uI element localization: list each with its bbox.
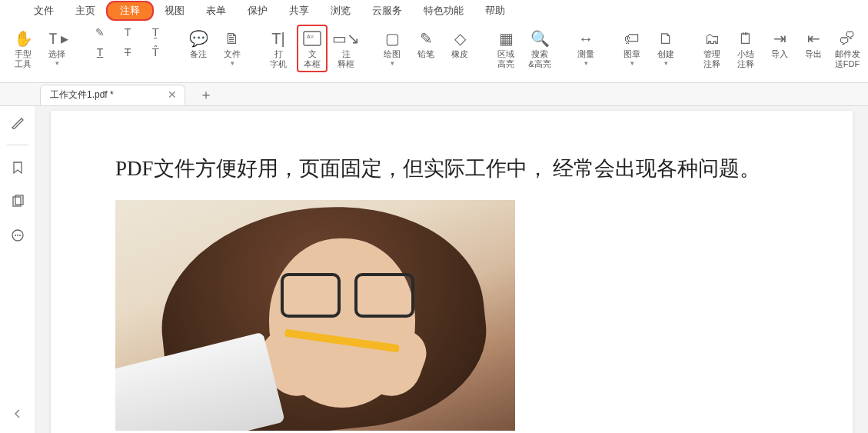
chevron-down-icon: ▾ — [231, 59, 234, 67]
import-tool[interactable]: ⇥ 导入 — [764, 25, 795, 59]
callout-tool[interactable]: ▭↘ 注 释框 — [331, 25, 361, 69]
chevron-down-icon: ▾ — [664, 59, 668, 67]
measure-icon: ↔ — [578, 28, 594, 49]
manage-comments-icon: 🗂 — [704, 28, 720, 49]
main: PDF文件方便好用，页面固定，但实际工作中， 经常会出现各种问题。 — [0, 106, 868, 433]
textbox-tool[interactable]: A≡ 文 本框 — [297, 25, 328, 72]
measure-tool[interactable]: ↔ 测量 ▾ — [570, 25, 601, 67]
menu-browse[interactable]: 浏览 — [320, 1, 361, 21]
textbox-icon: A≡ — [303, 28, 321, 49]
summary-icon: 🗒 — [738, 28, 753, 49]
new-tab-button[interactable]: ＋ — [191, 85, 221, 104]
sidebar-collapse[interactable] — [6, 402, 29, 425]
file-attach-tool[interactable]: 🗎 文件 ▾ — [217, 25, 248, 67]
mail-fdf-label: 邮件发 送FDF — [835, 49, 860, 69]
close-tab-icon[interactable]: ✕ — [168, 88, 177, 101]
menu-share[interactable]: 共享 — [278, 1, 320, 21]
import-icon: ⇥ — [773, 28, 787, 49]
menu-cloud[interactable]: 云服务 — [361, 1, 413, 21]
replace-mini[interactable]: T̂ — [143, 45, 168, 60]
note-tool[interactable]: 💬 备注 — [183, 25, 214, 59]
menu-protect[interactable]: 保护 — [237, 1, 278, 21]
area-highlight-icon: ▦ — [499, 28, 514, 49]
manage-comments-tool[interactable]: 🗂 管理 注释 — [697, 25, 727, 69]
create-icon: 🗋 — [658, 28, 673, 49]
sidebar-pen[interactable] — [6, 111, 29, 134]
stamp-tool[interactable]: 🏷 图章 ▾ — [617, 25, 647, 67]
chevron-down-icon: ▾ — [630, 59, 634, 67]
tabstrip: 工作文件1.pdf * ✕ ＋ — [0, 83, 868, 106]
strikeout-mini[interactable]: T — [115, 45, 140, 60]
menu-form[interactable]: 表单 — [195, 1, 237, 21]
pencil-tool[interactable]: ✎ 铅笔 — [411, 25, 441, 59]
caret-mini[interactable]: Ṯ — [143, 25, 168, 40]
eraser-tool[interactable]: ◇ 橡皮 — [444, 25, 475, 59]
menu-features[interactable]: 特色功能 — [413, 1, 474, 21]
sidebar-pages[interactable] — [6, 190, 29, 213]
sidebar-bookmark[interactable] — [6, 156, 29, 179]
menu-view[interactable]: 视图 — [154, 1, 195, 21]
textbox-label: 文 本框 — [304, 49, 321, 69]
toolbar: ✋ 手型 工具 Ｔ▸ 选择 ▾ ✎ T T T Ṯ T̂ 💬 备注 🗎 — [0, 22, 868, 83]
svg-point-5 — [15, 235, 16, 236]
hand-tool-label: 手型 工具 — [15, 49, 32, 69]
callout-icon: ▭↘ — [332, 28, 360, 49]
create-tool[interactable]: 🗋 创建 ▾ — [650, 25, 681, 67]
eraser-label: 橡皮 — [451, 49, 468, 59]
import-label: 导入 — [771, 49, 788, 59]
underline-mini[interactable]: T — [88, 45, 112, 60]
area-highlight-tool[interactable]: ▦ 区域 高亮 — [491, 25, 521, 69]
file-label: 文件 — [224, 49, 241, 59]
draw-icon: ▢ — [385, 28, 400, 49]
highlight-mini-group: ✎ T — [88, 25, 112, 60]
svg-point-6 — [17, 235, 18, 236]
create-label: 创建 — [657, 49, 674, 59]
document-headline: PDF文件方便好用，页面固定，但实际工作中， 经常会出现各种问题。 — [115, 154, 788, 183]
document-canvas[interactable]: PDF文件方便好用，页面固定，但实际工作中， 经常会出现各种问题。 — [35, 106, 868, 433]
draw-label: 绘图 — [384, 49, 401, 59]
search-highlight-tool[interactable]: 🔍 搜索 &高亮 — [524, 25, 555, 69]
sidebar — [0, 106, 35, 433]
select-label: 选择 — [48, 49, 65, 59]
menubar: 文件 主页 注释 视图 表单 保护 共享 浏览 云服务 特色功能 帮助 — [0, 0, 868, 22]
mail-icon: 🗪 — [840, 28, 855, 49]
draw-tool[interactable]: ▢ 绘图 ▾ — [377, 25, 407, 67]
svg-point-7 — [19, 235, 21, 236]
sidebar-separator — [7, 145, 28, 145]
svg-text:A≡: A≡ — [307, 34, 314, 39]
document-tab-title: 工作文件1.pdf * — [50, 88, 114, 102]
menu-comment[interactable]: 注释 — [106, 1, 154, 21]
export-icon: ⇤ — [807, 28, 820, 49]
file-icon: 🗎 — [224, 28, 240, 49]
mail-fdf-tool[interactable]: 🗪 邮件发 送FDF — [832, 25, 863, 69]
squiggly-mini[interactable]: T — [115, 25, 140, 40]
stamp-label: 图章 — [624, 49, 640, 59]
menu-file[interactable]: 文件 — [23, 1, 65, 21]
menu-help[interactable]: 帮助 — [474, 1, 516, 21]
document-tab[interactable]: 工作文件1.pdf * ✕ — [40, 85, 185, 105]
typewriter-tool[interactable]: T| 打 字机 — [263, 25, 294, 69]
page: PDF文件方便好用，页面固定，但实际工作中， 经常会出现各种问题。 — [51, 111, 853, 433]
area-highlight-label: 区域 高亮 — [497, 49, 514, 69]
typewriter-icon: T| — [271, 28, 284, 49]
typewriter-label: 打 字机 — [270, 49, 287, 69]
hand-icon: ✋ — [14, 28, 33, 49]
stamp-icon: 🏷 — [624, 28, 640, 49]
search-highlight-label: 搜索 &高亮 — [528, 49, 550, 69]
export-tool[interactable]: ⇤ 导出 — [798, 25, 829, 59]
callout-label: 注 释框 — [338, 49, 354, 69]
pencil-label: 铅笔 — [417, 49, 434, 59]
hand-tool[interactable]: ✋ 手型 工具 — [8, 25, 38, 69]
export-label: 导出 — [805, 49, 822, 59]
chevron-down-icon: ▾ — [584, 59, 588, 67]
note-icon: 💬 — [189, 28, 208, 49]
summary-comments-tool[interactable]: 🗒 小结 注释 — [730, 25, 761, 69]
summary-label: 小结 注释 — [737, 49, 754, 69]
manage-comments-label: 管理 注释 — [703, 49, 720, 69]
select-tool[interactable]: Ｔ▸ 选择 ▾ — [42, 25, 72, 67]
menu-home[interactable]: 主页 — [65, 1, 106, 21]
sidebar-comments[interactable] — [6, 224, 29, 247]
note-label: 备注 — [190, 49, 207, 59]
document-image — [115, 200, 515, 431]
highlight-mini[interactable]: ✎ — [88, 25, 112, 40]
